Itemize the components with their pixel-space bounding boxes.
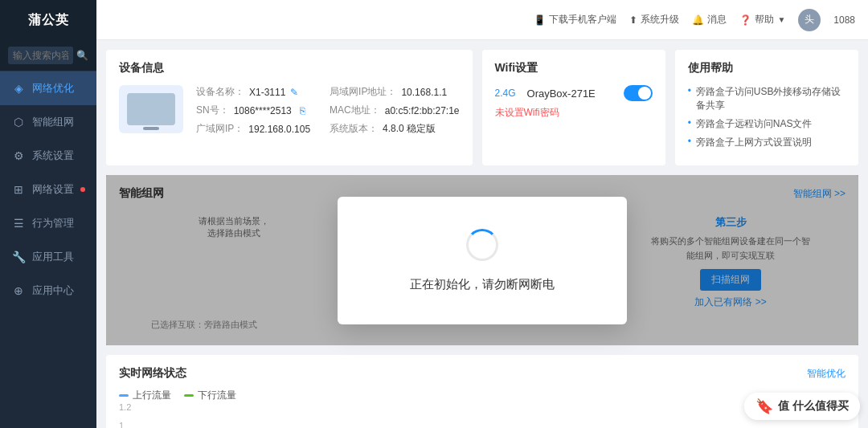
download-legend-dot [184,394,194,397]
smart-network-card: 智能组网 智能组网 >> 请根据当前场景，选择路由模式 第三步 将购买的多个智能… [106,175,858,345]
version-label: 系统版本： [330,122,378,136]
edit-device-name-icon[interactable]: ✎ [290,87,298,98]
realtime-more-link[interactable]: 智能优化 [807,367,845,381]
help-icon: ❓ [739,14,751,26]
help-item-3[interactable]: 旁路盒子上网方式设置说明 [688,136,845,149]
help-card: 使用帮助 旁路盒子访问USB外接移动存储设备共享 旁路盒子远程访问NAS文件 旁… [675,50,858,165]
device-image-inner [127,93,175,125]
y-label-1: 1.2 [119,402,131,412]
loading-modal: 正在初始化，请勿断网断电 [338,197,627,324]
sidebar-item-label: 行为管理 [32,216,74,230]
net-settings-icon: ⊞ [11,183,26,196]
realtime-title: 实时网络状态 [119,366,186,381]
sidebar-item-smart-net[interactable]: ⬡ 智能组网 [0,105,96,139]
lan-ip-value: 10.168.1.1 [401,87,447,98]
wifi-name: OrayBox-271E [527,88,616,100]
sidebar-item-label: 网络设置 [32,182,74,197]
app-center-icon: ⊕ [11,284,26,297]
sidebar-item-overview[interactable]: ◈ 网络优化 [0,71,96,105]
device-name-field: 设备名称： X1-3111 ✎ [196,85,310,99]
download-legend: 下行流量 [184,389,236,402]
upgrade-icon: ⬆ [629,14,637,26]
lan-ip-label: 局域网IP地址： [330,85,396,99]
topbar-messages[interactable]: 🔔 消息 [692,13,727,26]
sidebar-item-label: 应用工具 [32,250,74,264]
version-value: 4.8.0 稳定版 [383,122,436,136]
sidebar-item-behavior[interactable]: ☰ 行为管理 [0,206,96,240]
sidebar-item-label: 网络优化 [32,81,74,96]
sidebar-item-label: 智能组网 [32,115,74,129]
avatar[interactable]: 头 [798,9,821,31]
upload-legend: 上行流量 [119,389,171,402]
upgrade-label: 系统升级 [641,13,679,26]
wifi-band: 2.4G [495,88,519,99]
wifi-warning[interactable]: 未设置Wifi密码 [495,106,653,120]
search-input[interactable] [8,47,73,64]
wan-ip-field: 广域网IP： 192.168.0.105 [196,122,310,136]
sidebar-item-label: 系统设置 [32,149,74,163]
search-icon[interactable]: 🔍 [76,50,88,61]
sidebar-item-app-tools[interactable]: 🔧 应用工具 [0,240,96,274]
device-image [119,85,183,133]
sidebar-logo: 蒲公英 [0,0,96,40]
mac-field: MAC地址： a0:c5:f2:bb:27:1e [330,104,459,117]
help-item-1[interactable]: 旁路盒子访问USB外接移动存储设备共享 [688,85,845,112]
download-icon: 📱 [534,14,546,26]
topbar: 📱 下载手机客户端 ⬆ 系统升级 🔔 消息 ❓ 帮助 ▼ 头 1088 [96,0,868,40]
notification-dot [80,187,85,192]
sn-label: SN号： [196,104,229,117]
avatar-text: 头 [805,13,814,26]
mac-value: a0:c5:f2:bb:27:1e [385,105,460,116]
help-item-2[interactable]: 旁路盒子远程访问NAS文件 [688,117,845,131]
watermark: 🔖 值 什么值得买 [744,393,860,420]
upload-legend-label: 上行流量 [133,389,171,402]
sidebar: 蒲公英 🔍 ◈ 网络优化 ⬡ 智能组网 ⚙ 系统设置 ⊞ 网络设置 [0,0,96,428]
device-info-title: 设备信息 [119,61,460,75]
device-name-label: 设备名称： [196,85,244,99]
topbar-sys-upgrade[interactable]: ⬆ 系统升级 [629,13,679,26]
topbar-help[interactable]: ❓ 帮助 ▼ [739,13,785,26]
sidebar-item-net-settings[interactable]: ⊞ 网络设置 [0,173,96,206]
help-list: 旁路盒子访问USB外接移动存储设备共享 旁路盒子远程访问NAS文件 旁路盒子上网… [688,85,845,149]
overview-icon: ◈ [11,82,26,95]
version-field: 系统版本： 4.8.0 稳定版 [330,122,459,136]
sys-settings-icon: ⚙ [11,149,26,162]
chart-svg [138,402,845,428]
logo-text: 蒲公英 [28,12,69,29]
sidebar-item-label: 应用中心 [32,283,74,298]
wifi-toggle[interactable] [624,85,653,101]
device-info-body: 设备名称： X1-3111 ✎ 局域网IP地址： 10.168.1.1 SN号：… [119,85,460,136]
sn-value: 1086****2513 [234,105,292,116]
behavior-icon: ☰ [11,217,26,230]
content-area: 设备信息 设备名称： X1-3111 ✎ 局域网IP [96,40,868,428]
download-legend-label: 下行流量 [198,389,236,402]
wifi-item: 2.4G OrayBox-271E [495,85,653,101]
topbar-time: 1088 [833,14,855,26]
wifi-settings-card: Wifi设置 2.4G OrayBox-271E 未设置Wifi密码 [482,50,665,165]
wifi-title: Wifi设置 [495,61,653,75]
download-label: 下载手机客户端 [549,13,616,26]
wan-ip-value: 192.168.0.105 [248,124,310,135]
sidebar-search-bar: 🔍 [0,40,96,71]
modal-text: 正在初始化，请勿断网断电 [410,277,555,292]
top-cards-row: 设备信息 设备名称： X1-3111 ✎ 局域网IP [106,50,858,165]
bell-icon: 🔔 [692,14,704,26]
watermark-icon: 🔖 [755,397,773,415]
help-title: 使用帮助 [688,61,845,75]
topbar-app-download[interactable]: 📱 下载手机客户端 [534,13,616,26]
realtime-card: 实时网络状态 智能优化 上行流量 下行流量 1.2 [106,355,858,428]
main-content: 📱 下载手机客户端 ⬆ 系统升级 🔔 消息 ❓ 帮助 ▼ 头 1088 [96,0,868,428]
device-fields: 设备名称： X1-3111 ✎ 局域网IP地址： 10.168.1.1 SN号：… [196,85,460,136]
copy-sn-icon[interactable]: ⎘ [300,105,305,116]
upload-legend-dot [119,394,129,397]
chevron-down-icon: ▼ [777,15,785,24]
sidebar-item-sys-settings[interactable]: ⚙ 系统设置 [0,139,96,173]
help-label: 帮助 [755,13,774,26]
lan-ip-field: 局域网IP地址： 10.168.1.1 [330,85,459,99]
app-tools-icon: 🔧 [11,251,26,263]
y-label-2: 1 [119,421,131,428]
loading-spinner [466,229,498,261]
messages-label: 消息 [707,13,727,26]
mac-label: MAC地址： [330,104,380,117]
sidebar-item-app-center[interactable]: ⊕ 应用中心 [0,274,96,308]
